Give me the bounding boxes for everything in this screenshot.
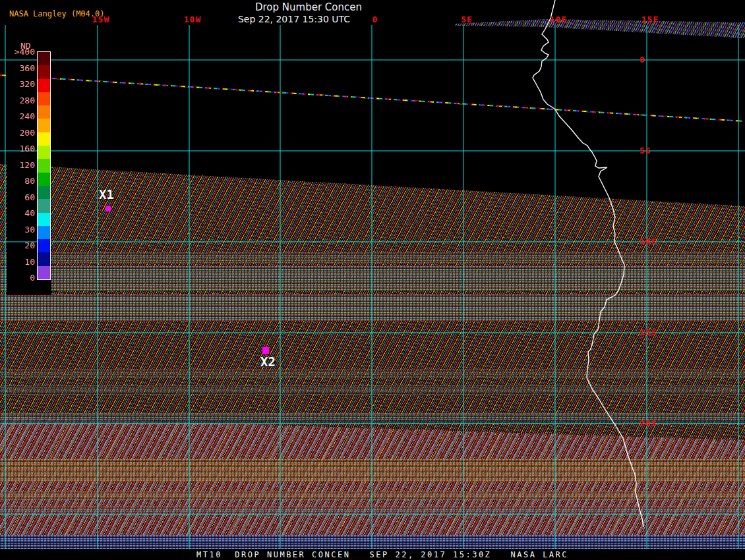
latitude-label: 20S	[640, 419, 657, 428]
noise-band-top-right	[455, 18, 745, 40]
noise-band	[0, 385, 745, 395]
colorbar-segment	[38, 213, 50, 226]
latitude-label: 10S	[640, 237, 657, 246]
colorbar-tick-label: 10	[6, 258, 35, 267]
colorbar-segment	[38, 186, 50, 199]
colorbar-segment	[38, 173, 50, 186]
noise-band	[0, 369, 745, 378]
colorbar-tick-label: 240	[6, 112, 35, 121]
site-marker-label-x1: X1	[99, 187, 114, 202]
longitude-label: 5E	[461, 15, 473, 24]
colorbar-tick-label: 0	[6, 273, 35, 283]
longitude-label: 15E	[641, 15, 659, 24]
colorbar-tick-label: 20	[6, 241, 35, 250]
colorbar	[37, 51, 51, 280]
colorbar-segment	[38, 79, 50, 92]
site-marker-label-x2: X2	[260, 354, 276, 369]
colorbar-segment	[38, 239, 50, 252]
colorbar-segment	[38, 146, 50, 159]
map-title: Drop Number Concen	[255, 1, 362, 13]
colorbar-tick-label: 320	[6, 80, 35, 89]
noise-band	[0, 459, 745, 482]
site-marker-dot-x1	[105, 206, 111, 211]
source-label: NASA Langley (M04.0)	[9, 9, 105, 18]
rainbow-scan-line	[0, 74, 744, 122]
colorbar-segment	[38, 65, 50, 78]
colorbar-tick-label: 360	[6, 64, 35, 73]
noise-band	[0, 506, 745, 514]
colorbar-tick-label: 40	[6, 209, 35, 218]
status-text: MT10 DROP NUMBER CONCEN SEP 22, 2017 15:…	[196, 550, 568, 559]
noise-band	[0, 252, 745, 264]
longitude-label: 15W	[92, 15, 109, 24]
colorbar-segment	[38, 199, 50, 212]
colorbar-segment	[38, 266, 50, 279]
colorbar-segment	[38, 132, 50, 146]
noise-band	[0, 294, 745, 321]
latitude-label: 15S	[640, 328, 657, 337]
colorbar-tick-label: 60	[6, 193, 35, 202]
colorbar-segment	[38, 252, 50, 266]
noise-band	[0, 413, 745, 424]
status-bar: MT10 DROP NUMBER CONCEN SEP 22, 2017 15:…	[0, 549, 745, 560]
colorbar-tick-label: 30	[6, 225, 35, 235]
site-marker-dot-x2	[262, 347, 269, 354]
colorbar-segment	[38, 119, 50, 132]
colorbar-tick-label: 280	[6, 96, 35, 105]
colorbar-segment	[38, 226, 50, 239]
noise-band	[0, 266, 745, 291]
longitude-label: 10E	[550, 15, 567, 24]
colorbar-segment	[38, 52, 50, 65]
latitude-label: 5S	[640, 146, 651, 155]
colorbar-tick-label: >400	[6, 47, 35, 57]
colorbar-tick-label: 120	[6, 161, 35, 170]
longitude-label: 10W	[184, 15, 201, 24]
noise-band	[0, 491, 745, 500]
colorbar-segment	[38, 105, 50, 119]
satellite-product-viewer: ND >400360320280240200160120806040302010…	[0, 0, 745, 560]
noise-band	[0, 535, 745, 549]
longitude-label: 0	[372, 15, 378, 24]
colorbar-tick-label: 200	[6, 128, 35, 138]
colorbar-segment	[38, 159, 50, 172]
colorbar-segment	[38, 92, 50, 105]
colorbar-tick-label: 80	[6, 177, 35, 186]
latitude-label: 0	[640, 55, 645, 65]
colorbar-tick-label: 160	[6, 144, 35, 154]
map-timestamp: Sep 22, 2017 15:30 UTC	[238, 14, 350, 24]
